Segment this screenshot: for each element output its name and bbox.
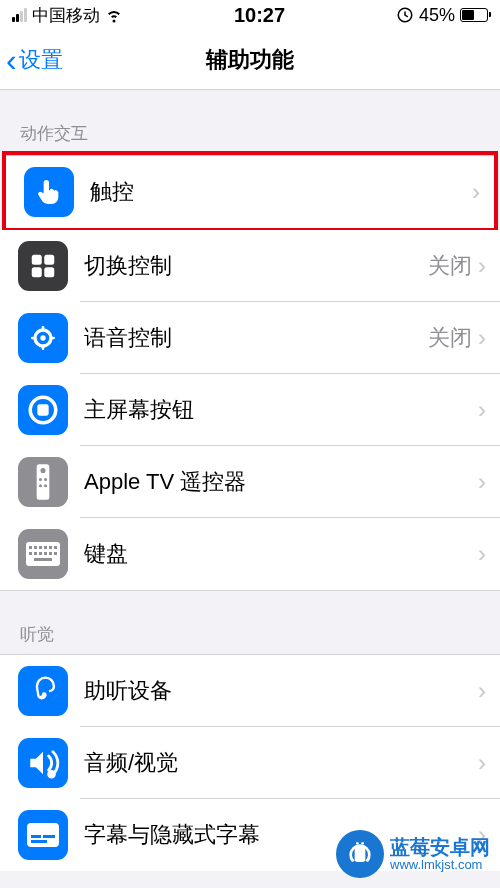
row-audio-visual[interactable]: 音频/视觉 ›: [0, 727, 500, 799]
signal-bars-icon: [12, 8, 27, 22]
svg-rect-34: [355, 846, 366, 862]
back-label: 设置: [19, 45, 63, 75]
row-voice-control-value: 关闭: [428, 323, 472, 353]
svg-rect-28: [34, 558, 52, 561]
list-motor: 切换控制 关闭 › 语音控制 关闭 › 主屏幕按钮 › Apple TV 遥控器…: [0, 230, 500, 591]
chevron-right-icon: ›: [472, 180, 480, 204]
section-header-motor: 动作交互: [0, 90, 500, 153]
svg-point-36: [361, 842, 364, 845]
svg-rect-1: [32, 255, 42, 265]
highlight-annotation: 触控 ›: [2, 151, 498, 232]
back-chevron-icon: ‹: [6, 44, 17, 76]
svg-rect-3: [32, 267, 42, 277]
chevron-right-icon: ›: [478, 254, 486, 278]
row-touch[interactable]: 触控 ›: [6, 156, 494, 228]
row-hearing-devices[interactable]: 助听设备 ›: [0, 655, 500, 727]
row-switch-control-label: 切换控制: [84, 251, 428, 281]
row-home-button[interactable]: 主屏幕按钮 ›: [0, 374, 500, 446]
chevron-right-icon: ›: [478, 398, 486, 422]
row-touch-label: 触控: [90, 177, 472, 207]
svg-rect-27: [54, 552, 57, 555]
home-button-icon: [18, 385, 68, 435]
row-audio-visual-label: 音频/视觉: [84, 748, 478, 778]
row-voice-control-label: 语音控制: [84, 323, 428, 353]
keyboard-icon: [18, 529, 68, 579]
svg-rect-20: [49, 546, 52, 549]
row-voice-control[interactable]: 语音控制 关闭 ›: [0, 302, 500, 374]
nav-bar: ‹ 设置 辅助功能: [0, 30, 500, 90]
touch-icon: [24, 167, 74, 217]
status-right: 45%: [396, 5, 488, 26]
audio-visual-icon: [18, 738, 68, 788]
row-switch-control[interactable]: 切换控制 关闭 ›: [0, 230, 500, 302]
time-label: 10:27: [234, 4, 285, 27]
watermark-title: 蓝莓安卓网: [390, 836, 490, 858]
status-bar: 中国移动 10:27 45%: [0, 0, 500, 30]
svg-rect-26: [49, 552, 52, 555]
svg-rect-19: [44, 546, 47, 549]
svg-rect-33: [31, 840, 47, 843]
svg-point-6: [40, 335, 45, 340]
svg-rect-16: [29, 546, 32, 549]
subtitles-icon: [18, 810, 68, 860]
chevron-right-icon: ›: [478, 542, 486, 566]
watermark-text: 蓝莓安卓网 www.lmkjst.com: [390, 836, 490, 872]
svg-point-35: [356, 842, 359, 845]
row-home-button-label: 主屏幕按钮: [84, 395, 478, 425]
voice-control-icon: [18, 313, 68, 363]
svg-rect-31: [31, 835, 41, 838]
battery-pct-label: 45%: [419, 5, 455, 26]
switch-control-icon: [18, 241, 68, 291]
svg-point-11: [39, 478, 42, 481]
svg-rect-18: [39, 546, 42, 549]
watermark: 蓝莓安卓网 www.lmkjst.com: [336, 830, 490, 878]
svg-rect-24: [39, 552, 42, 555]
row-switch-control-value: 关闭: [428, 251, 472, 281]
back-button[interactable]: ‹ 设置: [6, 44, 63, 76]
list-motor-highlight: 触控 ›: [6, 155, 494, 228]
svg-rect-4: [44, 267, 54, 277]
battery-icon: [460, 8, 488, 22]
status-left: 中国移动: [12, 4, 123, 27]
svg-rect-8: [37, 404, 48, 415]
svg-rect-21: [54, 546, 57, 549]
chevron-right-icon: ›: [478, 326, 486, 350]
chevron-right-icon: ›: [478, 751, 486, 775]
row-keyboard[interactable]: 键盘 ›: [0, 518, 500, 590]
svg-rect-2: [44, 255, 54, 265]
svg-point-13: [39, 484, 42, 487]
row-keyboard-label: 键盘: [84, 539, 478, 569]
svg-rect-17: [34, 546, 37, 549]
svg-point-29: [47, 770, 56, 779]
chevron-right-icon: ›: [478, 470, 486, 494]
section-header-hearing: 听觉: [0, 591, 500, 654]
wifi-icon: [105, 6, 123, 24]
hearing-devices-icon: [18, 666, 68, 716]
orientation-lock-icon: [396, 6, 414, 24]
svg-rect-22: [29, 552, 32, 555]
chevron-right-icon: ›: [478, 679, 486, 703]
apple-tv-remote-icon: [18, 457, 68, 507]
watermark-url: www.lmkjst.com: [390, 858, 490, 872]
row-apple-tv-remote-label: Apple TV 遥控器: [84, 467, 478, 497]
page-title: 辅助功能: [206, 45, 294, 75]
row-hearing-devices-label: 助听设备: [84, 676, 478, 706]
svg-rect-25: [44, 552, 47, 555]
watermark-logo-icon: [336, 830, 384, 878]
svg-point-10: [40, 468, 45, 473]
svg-rect-23: [34, 552, 37, 555]
carrier-label: 中国移动: [32, 4, 100, 27]
row-apple-tv-remote[interactable]: Apple TV 遥控器 ›: [0, 446, 500, 518]
svg-point-12: [44, 478, 47, 481]
svg-rect-32: [43, 835, 55, 838]
svg-point-14: [44, 484, 47, 487]
